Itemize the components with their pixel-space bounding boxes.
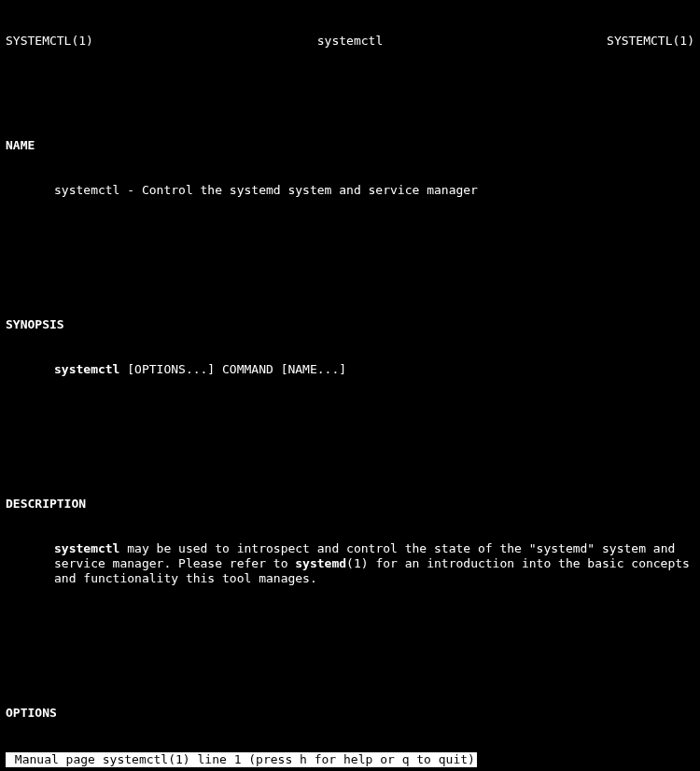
section-heading: DESCRIPTION: [6, 497, 694, 512]
man-page: SYSTEMCTL(1) systemctl SYSTEMCTL(1) NAME…: [0, 0, 700, 771]
name-body: systemctl - Control the systemd system a…: [6, 183, 694, 198]
section-name: NAME systemctl - Control the systemd sys…: [6, 108, 694, 228]
synopsis-args: [OPTIONS...] COMMAND [NAME...]: [119, 362, 346, 376]
section-description: DESCRIPTION systemctl may be used to int…: [6, 467, 694, 616]
section-heading: OPTIONS: [6, 706, 694, 721]
section-heading: NAME: [6, 138, 694, 153]
pager-status-bar[interactable]: Manual page systemctl(1) line 1 (press h…: [6, 752, 477, 767]
section-heading: SYNOPSIS: [6, 317, 694, 332]
synopsis-line: systemctl [OPTIONS...] COMMAND [NAME...]: [6, 362, 694, 377]
header-right: SYSTEMCTL(1): [607, 34, 694, 49]
header-center: systemctl: [317, 34, 383, 49]
description-body: systemctl may be used to introspect and …: [6, 541, 694, 586]
header-left: SYSTEMCTL(1): [6, 34, 93, 49]
cmd-name: systemctl: [54, 541, 119, 555]
section-synopsis: SYNOPSIS systemctl [OPTIONS...] COMMAND …: [6, 287, 694, 407]
man-ref: systemd: [295, 556, 346, 570]
cmd-name: systemctl: [54, 362, 119, 376]
man-header: SYSTEMCTL(1) systemctl SYSTEMCTL(1): [6, 34, 694, 49]
